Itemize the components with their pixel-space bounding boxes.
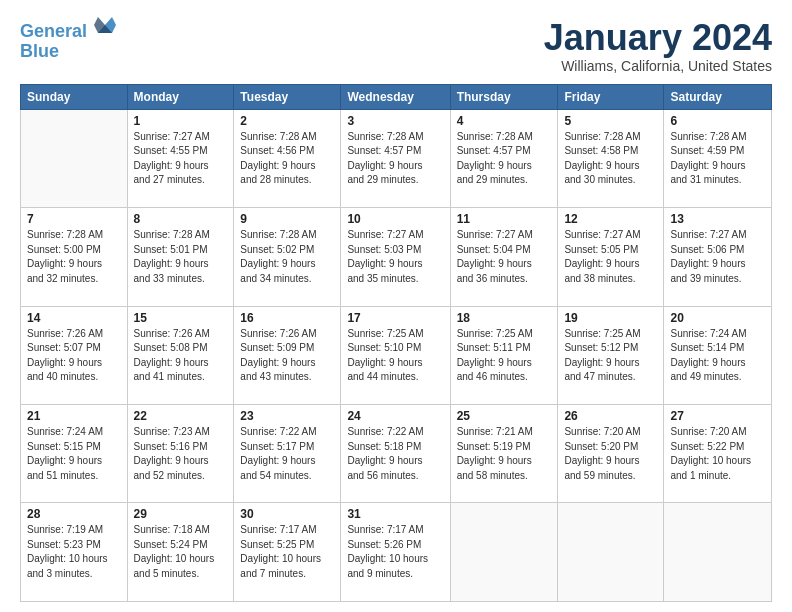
day-cell: 21Sunrise: 7:24 AM Sunset: 5:15 PM Dayli…	[21, 405, 128, 503]
logo-line1: General	[20, 21, 87, 41]
col-header-saturday: Saturday	[664, 84, 772, 109]
day-info: Sunrise: 7:24 AM Sunset: 5:15 PM Dayligh…	[27, 425, 121, 483]
day-number: 12	[564, 212, 657, 226]
day-cell	[21, 109, 128, 207]
day-cell: 28Sunrise: 7:19 AM Sunset: 5:23 PM Dayli…	[21, 503, 128, 602]
day-number: 26	[564, 409, 657, 423]
header: General Blue January 2024 Williams, Cali…	[20, 18, 772, 74]
day-cell: 24Sunrise: 7:22 AM Sunset: 5:18 PM Dayli…	[341, 405, 450, 503]
day-number: 11	[457, 212, 552, 226]
day-number: 8	[134, 212, 228, 226]
day-info: Sunrise: 7:22 AM Sunset: 5:18 PM Dayligh…	[347, 425, 443, 483]
day-number: 14	[27, 311, 121, 325]
page: General Blue January 2024 Williams, Cali…	[0, 0, 792, 612]
col-header-thursday: Thursday	[450, 84, 558, 109]
day-cell: 29Sunrise: 7:18 AM Sunset: 5:24 PM Dayli…	[127, 503, 234, 602]
day-number: 23	[240, 409, 334, 423]
day-info: Sunrise: 7:25 AM Sunset: 5:12 PM Dayligh…	[564, 327, 657, 385]
day-cell: 16Sunrise: 7:26 AM Sunset: 5:09 PM Dayli…	[234, 306, 341, 404]
day-info: Sunrise: 7:28 AM Sunset: 4:58 PM Dayligh…	[564, 130, 657, 188]
day-cell: 6Sunrise: 7:28 AM Sunset: 4:59 PM Daylig…	[664, 109, 772, 207]
day-cell: 27Sunrise: 7:20 AM Sunset: 5:22 PM Dayli…	[664, 405, 772, 503]
day-info: Sunrise: 7:27 AM Sunset: 5:06 PM Dayligh…	[670, 228, 765, 286]
day-cell: 14Sunrise: 7:26 AM Sunset: 5:07 PM Dayli…	[21, 306, 128, 404]
logo-icon	[94, 15, 116, 37]
day-number: 13	[670, 212, 765, 226]
day-number: 2	[240, 114, 334, 128]
day-number: 20	[670, 311, 765, 325]
day-info: Sunrise: 7:28 AM Sunset: 5:02 PM Dayligh…	[240, 228, 334, 286]
day-number: 30	[240, 507, 334, 521]
day-info: Sunrise: 7:17 AM Sunset: 5:25 PM Dayligh…	[240, 523, 334, 581]
day-number: 24	[347, 409, 443, 423]
day-number: 5	[564, 114, 657, 128]
day-info: Sunrise: 7:20 AM Sunset: 5:20 PM Dayligh…	[564, 425, 657, 483]
week-row-5: 28Sunrise: 7:19 AM Sunset: 5:23 PM Dayli…	[21, 503, 772, 602]
day-info: Sunrise: 7:27 AM Sunset: 4:55 PM Dayligh…	[134, 130, 228, 188]
day-info: Sunrise: 7:28 AM Sunset: 5:00 PM Dayligh…	[27, 228, 121, 286]
day-number: 7	[27, 212, 121, 226]
day-cell: 2Sunrise: 7:28 AM Sunset: 4:56 PM Daylig…	[234, 109, 341, 207]
day-cell: 3Sunrise: 7:28 AM Sunset: 4:57 PM Daylig…	[341, 109, 450, 207]
day-number: 28	[27, 507, 121, 521]
day-cell: 22Sunrise: 7:23 AM Sunset: 5:16 PM Dayli…	[127, 405, 234, 503]
day-cell: 18Sunrise: 7:25 AM Sunset: 5:11 PM Dayli…	[450, 306, 558, 404]
day-cell: 8Sunrise: 7:28 AM Sunset: 5:01 PM Daylig…	[127, 208, 234, 306]
day-number: 15	[134, 311, 228, 325]
col-header-wednesday: Wednesday	[341, 84, 450, 109]
day-cell: 23Sunrise: 7:22 AM Sunset: 5:17 PM Dayli…	[234, 405, 341, 503]
day-number: 31	[347, 507, 443, 521]
day-info: Sunrise: 7:18 AM Sunset: 5:24 PM Dayligh…	[134, 523, 228, 581]
day-cell: 17Sunrise: 7:25 AM Sunset: 5:10 PM Dayli…	[341, 306, 450, 404]
col-header-monday: Monday	[127, 84, 234, 109]
week-row-4: 21Sunrise: 7:24 AM Sunset: 5:15 PM Dayli…	[21, 405, 772, 503]
location: Williams, California, United States	[544, 58, 772, 74]
col-header-tuesday: Tuesday	[234, 84, 341, 109]
day-number: 16	[240, 311, 334, 325]
day-cell: 10Sunrise: 7:27 AM Sunset: 5:03 PM Dayli…	[341, 208, 450, 306]
day-info: Sunrise: 7:27 AM Sunset: 5:05 PM Dayligh…	[564, 228, 657, 286]
week-row-2: 7Sunrise: 7:28 AM Sunset: 5:00 PM Daylig…	[21, 208, 772, 306]
day-number: 1	[134, 114, 228, 128]
day-cell	[558, 503, 664, 602]
day-info: Sunrise: 7:25 AM Sunset: 5:11 PM Dayligh…	[457, 327, 552, 385]
day-info: Sunrise: 7:24 AM Sunset: 5:14 PM Dayligh…	[670, 327, 765, 385]
day-info: Sunrise: 7:17 AM Sunset: 5:26 PM Dayligh…	[347, 523, 443, 581]
day-cell: 30Sunrise: 7:17 AM Sunset: 5:25 PM Dayli…	[234, 503, 341, 602]
day-info: Sunrise: 7:23 AM Sunset: 5:16 PM Dayligh…	[134, 425, 228, 483]
day-info: Sunrise: 7:28 AM Sunset: 4:59 PM Dayligh…	[670, 130, 765, 188]
day-cell: 9Sunrise: 7:28 AM Sunset: 5:02 PM Daylig…	[234, 208, 341, 306]
day-info: Sunrise: 7:28 AM Sunset: 4:57 PM Dayligh…	[347, 130, 443, 188]
day-info: Sunrise: 7:19 AM Sunset: 5:23 PM Dayligh…	[27, 523, 121, 581]
day-cell: 15Sunrise: 7:26 AM Sunset: 5:08 PM Dayli…	[127, 306, 234, 404]
day-info: Sunrise: 7:27 AM Sunset: 5:03 PM Dayligh…	[347, 228, 443, 286]
month-title: January 2024	[544, 18, 772, 58]
day-number: 9	[240, 212, 334, 226]
day-info: Sunrise: 7:28 AM Sunset: 4:56 PM Dayligh…	[240, 130, 334, 188]
day-number: 22	[134, 409, 228, 423]
day-cell: 7Sunrise: 7:28 AM Sunset: 5:00 PM Daylig…	[21, 208, 128, 306]
day-number: 17	[347, 311, 443, 325]
day-info: Sunrise: 7:26 AM Sunset: 5:09 PM Dayligh…	[240, 327, 334, 385]
day-cell: 25Sunrise: 7:21 AM Sunset: 5:19 PM Dayli…	[450, 405, 558, 503]
day-info: Sunrise: 7:28 AM Sunset: 4:57 PM Dayligh…	[457, 130, 552, 188]
day-cell: 19Sunrise: 7:25 AM Sunset: 5:12 PM Dayli…	[558, 306, 664, 404]
day-cell: 1Sunrise: 7:27 AM Sunset: 4:55 PM Daylig…	[127, 109, 234, 207]
day-number: 27	[670, 409, 765, 423]
logo: General Blue	[20, 22, 116, 62]
day-number: 3	[347, 114, 443, 128]
day-cell: 13Sunrise: 7:27 AM Sunset: 5:06 PM Dayli…	[664, 208, 772, 306]
day-cell: 12Sunrise: 7:27 AM Sunset: 5:05 PM Dayli…	[558, 208, 664, 306]
day-cell	[664, 503, 772, 602]
day-cell: 5Sunrise: 7:28 AM Sunset: 4:58 PM Daylig…	[558, 109, 664, 207]
day-info: Sunrise: 7:21 AM Sunset: 5:19 PM Dayligh…	[457, 425, 552, 483]
day-info: Sunrise: 7:26 AM Sunset: 5:08 PM Dayligh…	[134, 327, 228, 385]
day-cell: 4Sunrise: 7:28 AM Sunset: 4:57 PM Daylig…	[450, 109, 558, 207]
day-cell: 11Sunrise: 7:27 AM Sunset: 5:04 PM Dayli…	[450, 208, 558, 306]
header-row: SundayMondayTuesdayWednesdayThursdayFrid…	[21, 84, 772, 109]
day-number: 18	[457, 311, 552, 325]
week-row-1: 1Sunrise: 7:27 AM Sunset: 4:55 PM Daylig…	[21, 109, 772, 207]
day-info: Sunrise: 7:27 AM Sunset: 5:04 PM Dayligh…	[457, 228, 552, 286]
day-number: 10	[347, 212, 443, 226]
day-info: Sunrise: 7:28 AM Sunset: 5:01 PM Dayligh…	[134, 228, 228, 286]
